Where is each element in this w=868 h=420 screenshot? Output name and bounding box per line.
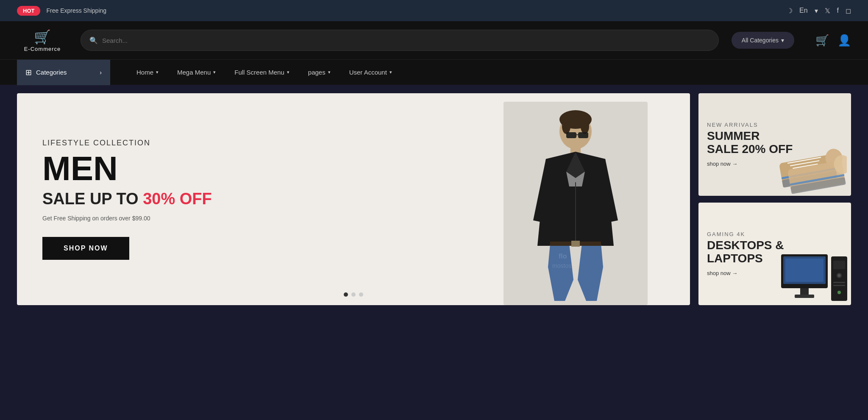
grid-icon: ⊞	[25, 68, 32, 77]
nav-links: Home ▾ Mega Menu ▾ Full Screen Menu ▾ pa…	[127, 60, 851, 85]
gaming-title-line2: LAPTOPS	[707, 252, 763, 265]
nav-user-label: User Account	[349, 69, 387, 76]
hero-sale-prefix: SALE UP TO	[42, 190, 143, 208]
categories-label: Categories	[36, 69, 67, 76]
nav-item-home[interactable]: Home ▾	[127, 60, 168, 85]
svg-point-3	[562, 119, 570, 134]
nav-fullscreen-label: Full Screen Menu	[234, 69, 284, 76]
gaming-title-line1: DESKTOPS &	[707, 239, 784, 252]
nav-item-mega-menu[interactable]: Mega Menu ▾	[168, 60, 225, 85]
summer-title-line1: SUMMER	[707, 129, 760, 142]
cart-icon[interactable]: 🛒	[815, 34, 829, 47]
header-icons: 🛒 👤	[815, 34, 851, 47]
all-categories-button[interactable]: All Categories ▾	[732, 32, 794, 49]
gaming-desktop-banner: GAMING 4K DESKTOPS & LAPTOPS shop now →	[698, 203, 851, 305]
header: 🛒 E-Commerce 🔍 All Categories ▾ 🛒 👤	[0, 21, 868, 59]
summer-sale-text: NEW ARRIVALS SUMMER SALE 20% OFF shop no…	[707, 122, 793, 168]
hero-sale-percent: 30% OFF	[143, 190, 212, 208]
carousel-dot-3[interactable]	[359, 292, 363, 297]
main-content: LIFESTYLE COLLECTION MEN SALE UP TO 30% …	[0, 85, 868, 322]
logo-cart-icon: 🛒	[34, 29, 51, 45]
gaming-title: DESKTOPS & LAPTOPS	[707, 239, 784, 265]
svg-text:mostos: mostos	[552, 262, 571, 269]
gaming-desktop-text: GAMING 4K DESKTOPS & LAPTOPS shop now →	[707, 231, 784, 277]
logo-text: E-Commerce	[24, 46, 61, 52]
nav-mega-chevron-icon: ▾	[213, 70, 216, 75]
nav-home-chevron-icon: ▾	[156, 70, 159, 75]
instagram-icon[interactable]: ◻	[846, 7, 851, 15]
top-bar-right: ☽ En ▾ 𝕏 f ◻	[787, 7, 851, 15]
svg-rect-11	[571, 241, 580, 247]
top-bar: HOT Free Express Shipping ☽ En ▾ 𝕏 f ◻	[0, 0, 868, 21]
search-bar: 🔍	[81, 30, 719, 51]
svg-rect-27	[785, 259, 823, 282]
hot-badge: HOT	[17, 6, 40, 16]
hero-shipping-note: Get Free Shipping on orders over $99.00	[42, 215, 212, 222]
hero-model-image: flo mostos	[487, 93, 665, 305]
svg-point-36	[837, 291, 841, 294]
carousel-dots	[344, 292, 363, 297]
shipping-text: Free Express Shipping	[46, 7, 106, 14]
svg-rect-34	[833, 282, 845, 283]
language-selector[interactable]: En	[799, 7, 808, 14]
top-bar-left: HOT Free Express Shipping	[17, 6, 106, 16]
summer-sale-title: SUMMER SALE 20% OFF	[707, 130, 793, 156]
svg-rect-35	[833, 285, 845, 286]
summer-title-line2: SALE 20% OFF	[707, 142, 793, 156]
nav-item-fullscreen-menu[interactable]: Full Screen Menu ▾	[225, 60, 299, 85]
nav-mega-label: Mega Menu	[177, 69, 211, 76]
summer-shop-now-link[interactable]: shop now →	[707, 161, 737, 167]
carousel-dot-1[interactable]	[344, 292, 348, 297]
twitter-icon[interactable]: 𝕏	[825, 7, 830, 15]
summer-sale-banner: NEW ARRIVALS SUMMER SALE 20% OFF shop no…	[698, 93, 851, 196]
nav-item-user-account[interactable]: User Account ▾	[340, 60, 401, 85]
desktop-image	[777, 246, 849, 305]
nav-fullscreen-chevron-icon: ▾	[287, 70, 289, 75]
moon-icon[interactable]: ☽	[787, 7, 793, 15]
search-input[interactable]	[102, 37, 710, 44]
dropdown-chevron-icon: ▾	[815, 7, 818, 15]
svg-point-4	[581, 119, 589, 134]
svg-text:flo: flo	[559, 253, 567, 260]
nav-user-chevron-icon: ▾	[389, 70, 392, 75]
navbar: ⊞ Categories › Home ▾ Mega Menu ▾ Full S…	[0, 59, 868, 85]
user-icon[interactable]: 👤	[837, 34, 851, 47]
search-icon: 🔍	[89, 36, 98, 45]
hero-content: LIFESTYLE COLLECTION MEN SALE UP TO 30% …	[17, 113, 237, 285]
hero-lifestyle-label: LIFESTYLE COLLECTION	[42, 139, 212, 147]
svg-rect-31	[833, 261, 845, 269]
carousel-dot-2[interactable]	[351, 292, 356, 297]
all-categories-chevron-icon: ▾	[781, 37, 784, 44]
side-banners: NEW ARRIVALS SUMMER SALE 20% OFF shop no…	[698, 93, 851, 305]
svg-point-33	[838, 274, 840, 277]
all-categories-label: All Categories	[742, 37, 779, 44]
hero-sale-text: SALE UP TO 30% OFF	[42, 190, 212, 208]
categories-button[interactable]: ⊞ Categories ›	[17, 60, 110, 85]
facebook-icon[interactable]: f	[837, 7, 839, 14]
svg-rect-29	[795, 295, 814, 298]
nav-home-label: Home	[136, 69, 153, 76]
logo[interactable]: 🛒 E-Commerce	[17, 29, 68, 52]
categories-arrow-icon: ›	[100, 69, 102, 76]
nav-pages-chevron-icon: ▾	[328, 70, 331, 75]
nav-pages-label: pages	[308, 69, 326, 76]
model-svg: flo mostos	[504, 102, 648, 305]
summer-sale-tag: NEW ARRIVALS	[707, 122, 793, 128]
gaming-tag: GAMING 4K	[707, 231, 784, 237]
hero-title: MEN	[42, 152, 212, 186]
svg-rect-5	[566, 132, 576, 138]
gaming-shop-now-link[interactable]: shop now →	[707, 270, 737, 276]
hero-shop-now-button[interactable]: SHOP NOW	[42, 237, 129, 260]
hero-banner: LIFESTYLE COLLECTION MEN SALE UP TO 30% …	[17, 93, 690, 305]
nav-item-pages[interactable]: pages ▾	[299, 60, 340, 85]
svg-rect-6	[578, 132, 588, 138]
